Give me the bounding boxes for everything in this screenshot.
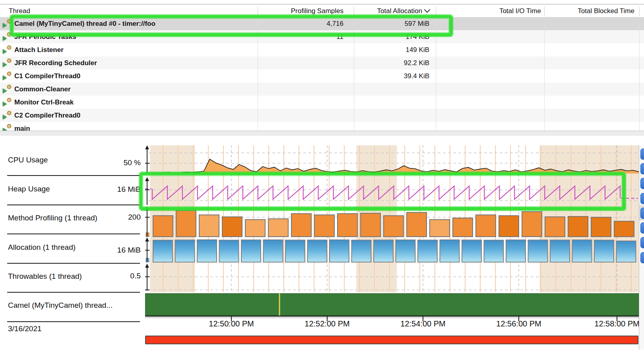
cell-io	[437, 43, 541, 56]
cell-io	[437, 109, 541, 122]
cell-io	[437, 96, 541, 109]
chart-axis-value: 16 MiB	[93, 246, 141, 255]
annotation-selected-thread-row	[10, 15, 452, 36]
column-header-total-io-time[interactable]: Total I/O Time	[437, 5, 541, 17]
legend-toggle-button[interactable]	[640, 237, 644, 248]
thread-icon: ⚙	[3, 98, 12, 106]
cell-io	[437, 122, 541, 131]
cell-samples	[261, 83, 343, 96]
sort-desc-icon	[424, 7, 431, 13]
table-row[interactable]: ⚙Common-Cleaner	[0, 83, 644, 96]
chart-axis-value: 0.5	[93, 272, 141, 280]
jmc-threads-view: Thread Profiling Samples Total Allocatio…	[0, 0, 644, 359]
legend-toggle-button[interactable]	[640, 163, 644, 174]
thread-name: C1 CompilerThread0	[14, 69, 257, 83]
cell-io	[437, 83, 541, 96]
table-row[interactable]: ⚙Attach Listener149 KiB	[0, 43, 644, 56]
cell-allocation	[355, 109, 429, 122]
cell-allocation: 149 KiB	[355, 43, 429, 56]
cell-samples	[261, 109, 343, 122]
cell-blocked	[546, 122, 634, 131]
time-tick-label: 12:52:00 PM	[295, 319, 359, 328]
cell-allocation: 92.2 KiB	[355, 56, 429, 69]
cell-io	[437, 30, 541, 43]
annotation-heap-usage-row	[140, 172, 625, 210]
cell-blocked	[546, 56, 634, 69]
cell-blocked	[546, 30, 634, 43]
table-row[interactable]: ⚙Monitor Ctrl-Break	[0, 96, 644, 109]
chart-axis-value: 200	[93, 213, 141, 222]
chart-row-label: Heap Usage	[8, 185, 50, 193]
cell-io	[437, 17, 541, 30]
legend-toggle-button[interactable]	[640, 222, 644, 234]
legend-toggle-button[interactable]	[640, 178, 644, 189]
chart-row-label: Camel (MyTinyCamel) thread...	[8, 301, 113, 310]
cell-allocation	[355, 83, 429, 96]
thread-icon: ⚙	[3, 46, 12, 54]
time-tick-label: 12:50:00 PM	[200, 319, 263, 328]
cell-samples	[261, 96, 343, 109]
table-row[interactable]: ⚙C1 CompilerThread039.4 KiB	[0, 69, 644, 83]
thread-name: JFR Recording Scheduler	[14, 56, 257, 69]
time-axis-labels: 12:50:00 PM12:52:00 PM12:54:00 PM12:56:0…	[145, 319, 639, 331]
thread-name: Attach Listener	[14, 43, 257, 56]
chart-row-label: Allocation (1 thread)	[8, 243, 76, 252]
chart-row-label: Throwables (1 thread)	[8, 272, 82, 281]
cell-samples	[261, 43, 343, 56]
table-row[interactable]: ⚙main	[0, 122, 644, 131]
chart-row-label: CPU Usage	[8, 156, 48, 164]
cell-blocked	[546, 83, 634, 96]
table-horizontal-scrollbar-track[interactable]	[0, 131, 644, 136]
thread-icon: ⚙	[3, 85, 12, 93]
cell-blocked	[546, 43, 634, 56]
cell-allocation: 39.4 KiB	[355, 69, 429, 83]
thread-name: Common-Cleaner	[14, 83, 257, 96]
cell-allocation	[355, 96, 429, 109]
cell-io	[437, 69, 541, 83]
timeline-date-label: 3/16/2021	[8, 324, 42, 333]
column-header-total-blocked-time[interactable]: Total Blocked Time	[546, 5, 634, 17]
cell-samples	[261, 122, 343, 131]
thread-name: main	[14, 122, 257, 131]
time-tick-label: 12:54:00 PM	[391, 319, 455, 328]
cell-blocked	[546, 96, 634, 109]
thread-icon: ⚙	[3, 112, 12, 120]
legend-toggle-button[interactable]	[640, 208, 644, 219]
thread-icon: ⚙	[3, 72, 12, 80]
table-row[interactable]: ⚙C2 CompilerThread0	[0, 109, 644, 122]
time-tick-label: 12:58:00 PM	[585, 319, 639, 328]
cell-blocked	[546, 17, 634, 30]
thread-name: C2 CompilerThread0	[14, 109, 257, 122]
timeline-range-scrollbar[interactable]	[145, 336, 638, 344]
cell-blocked	[546, 69, 634, 83]
legend-toggle-button[interactable]	[640, 193, 644, 204]
chart-row-label: Method Profiling (1 thread)	[8, 214, 97, 222]
legend-toggle-button[interactable]	[640, 149, 644, 160]
time-tick-label: 12:56:00 PM	[487, 319, 551, 328]
cell-blocked	[546, 109, 634, 122]
cell-samples	[261, 69, 343, 83]
thread-icon: ⚙	[3, 125, 12, 131]
cell-allocation	[355, 122, 429, 131]
cell-io	[437, 56, 541, 69]
table-row[interactable]: ⚙JFR Recording Scheduler92.2 KiB	[0, 56, 644, 69]
thread-name: Monitor Ctrl-Break	[14, 96, 257, 109]
thread-icon: ⚙	[3, 59, 12, 67]
cell-samples	[261, 56, 343, 69]
legend-toggle-button[interactable]	[640, 252, 644, 263]
chart-axis-value: 16 MiB	[93, 185, 141, 194]
chart-axis-value: 50 %	[93, 158, 141, 167]
